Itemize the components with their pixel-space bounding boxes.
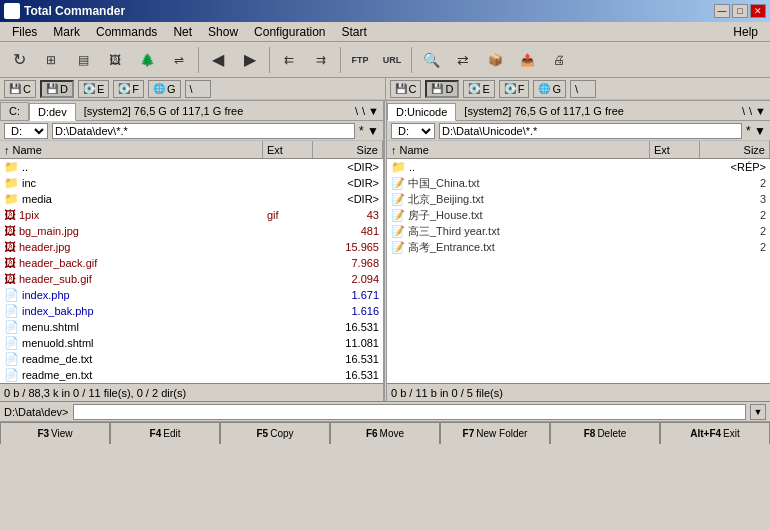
f5-key[interactable]: F5 Copy	[220, 422, 330, 444]
tree-button[interactable]: 🌲	[132, 45, 162, 75]
table-row[interactable]: 📄readme_en.txt 16.531	[0, 367, 383, 383]
menu-start[interactable]: Start	[333, 23, 374, 41]
f8-key[interactable]: F8 Delete	[550, 422, 660, 444]
left-drive-select[interactable]: D: C:	[4, 123, 48, 139]
right-path-sep2[interactable]: \ ▼	[749, 105, 766, 117]
left-col-size[interactable]: Size	[313, 141, 383, 158]
drive-f-left[interactable]: 💽F	[113, 80, 144, 98]
unpack-button[interactable]: 📤	[512, 45, 542, 75]
table-row[interactable]: 🖼header.jpg 15.965	[0, 239, 383, 255]
drive-g-right[interactable]: 🌐G	[533, 80, 566, 98]
table-row[interactable]: 📁media <DIR>	[0, 191, 383, 207]
table-row[interactable]: 📝高考_Entrance.txt 2	[387, 239, 770, 255]
ftp-button[interactable]: FTP	[345, 45, 375, 75]
toolbar-sep4	[411, 47, 412, 73]
back-button[interactable]: ◀	[203, 45, 233, 75]
drive-unc-right[interactable]: \	[570, 80, 596, 98]
right-path-input[interactable]	[439, 123, 742, 139]
f3-key[interactable]: F3 View	[0, 422, 110, 444]
table-row[interactable]: 📁.. <RÉP>	[387, 159, 770, 175]
drive-e-right[interactable]: 💽E	[463, 80, 494, 98]
file-icon: 📝	[391, 225, 405, 238]
grid-button[interactable]: ⊞	[36, 45, 66, 75]
drive-d-right[interactable]: 💾D	[425, 80, 459, 98]
maximize-button[interactable]: □	[732, 4, 748, 18]
table-row[interactable]: 🖼1pix gif 43	[0, 207, 383, 223]
table-row[interactable]: 🖼bg_main.jpg 481	[0, 223, 383, 239]
title-bar: 🗂 Total Commander — □ ✕	[0, 0, 770, 22]
command-label: D:\Data\dev>	[4, 406, 69, 418]
menu-net[interactable]: Net	[165, 23, 200, 41]
toolbar-sep3	[340, 47, 341, 73]
table-row[interactable]: 📁inc <DIR>	[0, 175, 383, 191]
left-col-ext[interactable]: Ext	[263, 141, 313, 158]
file-icon: 📄	[4, 288, 19, 302]
drive-c-left[interactable]: 💾C	[4, 80, 36, 98]
table-row[interactable]: 📄menuold.shtml 11.081	[0, 335, 383, 351]
right-tab-dunicode[interactable]: D:Unicode	[387, 103, 456, 121]
f4-key[interactable]: F4 Edit	[110, 422, 220, 444]
drive-d-left[interactable]: 💾D	[40, 80, 74, 98]
table-row[interactable]: 📝中国_China.txt 2	[387, 175, 770, 191]
menu-mark[interactable]: Mark	[45, 23, 88, 41]
menu-configuration[interactable]: Configuration	[246, 23, 333, 41]
table-row[interactable]: 🖼header_back.gif 7.968	[0, 255, 383, 271]
menu-help[interactable]: Help	[725, 23, 766, 41]
find-button[interactable]: 🔍	[416, 45, 446, 75]
copy-right-button[interactable]: ⇉	[306, 45, 336, 75]
table-row[interactable]: 📄menu.shtml 16.531	[0, 319, 383, 335]
table-row[interactable]: 📁.. <DIR>	[0, 159, 383, 175]
command-scroll-btn[interactable]: ▼	[750, 404, 766, 420]
command-input[interactable]	[73, 404, 746, 420]
f6-key[interactable]: F6 Move	[330, 422, 440, 444]
left-status-text: 0 b / 88,3 k in 0 / 11 file(s), 0 / 2 di…	[4, 387, 186, 399]
right-col-size[interactable]: Size	[700, 141, 770, 158]
menu-commands[interactable]: Commands	[88, 23, 165, 41]
right-col-ext[interactable]: Ext	[650, 141, 700, 158]
fkeys-bar: F3 View F4 Edit F5 Copy F6 Move F7 New F…	[0, 421, 770, 443]
left-tab-ddev[interactable]: D:dev	[29, 103, 76, 121]
table-row[interactable]: 📄index_bak.php 1.616	[0, 303, 383, 319]
drive-e-left[interactable]: 💽E	[78, 80, 109, 98]
menu-files[interactable]: Files	[4, 23, 45, 41]
toolbar: ↻ ⊞ ▤ 🖼 🌲 ⇌ ◀ ▶ ⇇ ⇉ FTP URL 🔍 ⇄ 📦 📤 🖨	[0, 42, 770, 78]
table-row[interactable]: 📄readme_de.txt 16.531	[0, 351, 383, 367]
right-drive-select[interactable]: D: C:	[391, 123, 435, 139]
drive-g-left[interactable]: 🌐G	[148, 80, 181, 98]
left-file-header: ↑ Name Ext Size	[0, 141, 383, 159]
table-row[interactable]: 📝北京_Beijing.txt 3	[387, 191, 770, 207]
left-col-name[interactable]: ↑ Name	[0, 141, 263, 158]
url-button[interactable]: URL	[377, 45, 407, 75]
right-col-name[interactable]: ↑ Name	[387, 141, 650, 158]
brief-button[interactable]: ▤	[68, 45, 98, 75]
left-tab-c[interactable]: C:	[0, 102, 29, 120]
table-row[interactable]: 🖼header_sub.gif 2.094	[0, 271, 383, 287]
drive-c-right[interactable]: 💾C	[390, 80, 422, 98]
refresh-button[interactable]: ↻	[4, 45, 34, 75]
app-icon: 🗂	[4, 3, 20, 19]
pack-button[interactable]: 📦	[480, 45, 510, 75]
left-path-input[interactable]	[52, 123, 355, 139]
forward-button[interactable]: ▶	[235, 45, 265, 75]
drive-unc-left[interactable]: \	[185, 80, 211, 98]
table-row[interactable]: 📄index.php 1.671	[0, 287, 383, 303]
drive-f-right[interactable]: 💽F	[499, 80, 530, 98]
minimize-button[interactable]: —	[714, 4, 730, 18]
copy-left-button[interactable]: ⇇	[274, 45, 304, 75]
sync-button[interactable]: ⇄	[448, 45, 478, 75]
printer-button[interactable]: 🖨	[544, 45, 574, 75]
f7-num: F7	[463, 428, 475, 439]
altf4-key[interactable]: Alt+F4 Exit	[660, 422, 770, 444]
f7-key[interactable]: F7 New Folder	[440, 422, 550, 444]
folder-icon: 📁	[391, 160, 406, 174]
left-star[interactable]: * ▼	[359, 124, 379, 138]
right-star[interactable]: * ▼	[746, 124, 766, 138]
icons-button[interactable]: 🖼	[100, 45, 130, 75]
close-button[interactable]: ✕	[750, 4, 766, 18]
table-row[interactable]: 📝高三_Third year.txt 2	[387, 223, 770, 239]
image-icon: 🖼	[4, 208, 16, 222]
left-path-sep2[interactable]: \ ▼	[362, 105, 379, 117]
table-row[interactable]: 📝房子_House.txt 2	[387, 207, 770, 223]
compare-button[interactable]: ⇌	[164, 45, 194, 75]
menu-show[interactable]: Show	[200, 23, 246, 41]
